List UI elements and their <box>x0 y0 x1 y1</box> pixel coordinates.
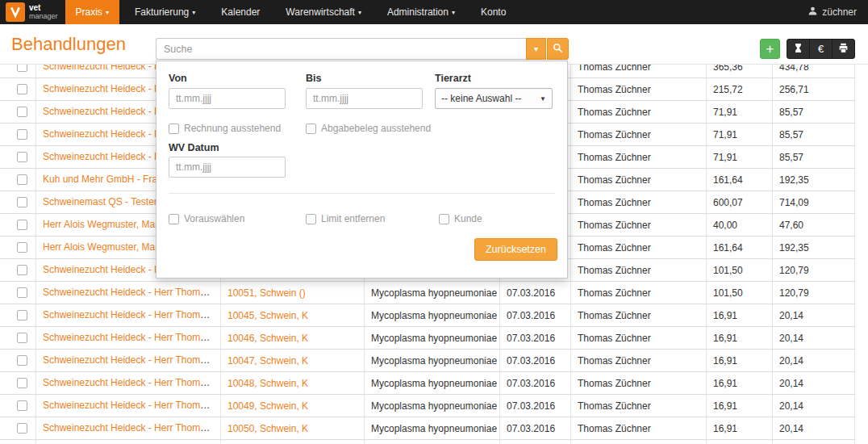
vet-text: Thomas Züchner <box>571 169 707 191</box>
row-checkbox-cell <box>0 395 36 417</box>
table-row[interactable]: Schweinezucht Heideck - Herr Thomas Züch… <box>0 304 855 327</box>
gross-amount: 47,60 <box>773 214 855 236</box>
vet-text: Thomas Züchner <box>571 282 707 304</box>
customer-link[interactable]: Schweinezucht Heideck - Herr Thomas Züch… <box>43 332 221 343</box>
checkbox-vorauswaehlen[interactable]: Vorauswählen <box>169 213 244 224</box>
tierarzt-selected-value: -- keine Auswahl -- <box>441 93 521 104</box>
table-row[interactable]: Schweinezucht Heideck - Herr Thomas Züch… <box>0 372 855 395</box>
net-amount: 16,91 <box>707 327 773 349</box>
row-checkbox[interactable] <box>17 423 27 434</box>
row-checkbox[interactable] <box>17 197 27 207</box>
customer-cell: Schweinezucht Heideck - Herr Thomas Züch… <box>36 282 221 304</box>
row-checkbox-cell <box>0 417 36 439</box>
row-checkbox[interactable] <box>17 378 27 388</box>
app-logo[interactable]: vet manager <box>0 0 65 24</box>
net-amount: 101,50 <box>707 259 773 281</box>
diagnosis-text: Mycoplasma hyopneumoniae <box>365 304 500 326</box>
customer-link[interactable]: Schweinezucht Heideck - Herr Thomas Züch… <box>43 400 221 411</box>
nav-item-praxis[interactable]: Praxis▾ <box>65 0 119 24</box>
nav-item-warenwirtschaft[interactable]: Warenwirtschaft▾ <box>275 0 372 24</box>
row-checkbox[interactable] <box>17 220 27 230</box>
animal-link[interactable]: 10049, Schwein, K <box>227 400 308 412</box>
search-button[interactable] <box>547 38 569 60</box>
add-treatment-button[interactable]: + <box>760 39 780 59</box>
customer-link[interactable]: Schweinezucht Heideck - Herr Thomas Züch… <box>43 354 221 366</box>
tierarzt-select[interactable]: -- keine Auswahl -- ▼ <box>435 88 553 109</box>
gross-amount: 20,14 <box>773 350 855 371</box>
select-caret-icon: ▼ <box>540 95 546 103</box>
checkbox-label: Limit entfernen <box>321 213 385 224</box>
net-amount: 215,72 <box>707 78 773 100</box>
row-checkbox[interactable] <box>17 400 27 411</box>
search-filter-panel: Von Bis Tierarzt -- keine Auswahl -- ▼ R… <box>156 61 568 279</box>
user-menu[interactable]: züchner <box>807 0 868 24</box>
vet-text: Thomas Züchner <box>571 237 707 258</box>
animal-link[interactable]: 10045, Schwein, K <box>227 310 308 321</box>
row-checkbox[interactable] <box>17 287 27 298</box>
wv-datum-label: WV Datum <box>169 142 219 153</box>
checkbox-kunde[interactable]: Kunde <box>439 213 482 224</box>
table-row[interactable]: Schweinezucht Heideck - Herr Thomas Züch… <box>0 395 855 417</box>
customer-link[interactable]: Schweinezucht Heideck - Herr Thomas Züch… <box>43 377 221 388</box>
row-checkbox[interactable] <box>17 129 27 140</box>
customer-link[interactable]: Schweinezucht Heideck - Herr Thomas Züch… <box>43 287 221 298</box>
search-options-button[interactable]: ▾ <box>526 38 546 60</box>
animal-link[interactable]: 10051, Schwein () <box>227 287 306 299</box>
nav-label: Praxis <box>76 6 102 18</box>
nav-label: Konto <box>481 6 506 18</box>
search-input[interactable] <box>156 38 526 60</box>
gross-amount: 85,57 <box>773 124 855 145</box>
row-checkbox[interactable] <box>17 265 27 275</box>
table-row[interactable]: Schweinezucht Heideck - Herr Thomas Züch… <box>0 282 855 304</box>
hourglass-button[interactable] <box>787 39 810 59</box>
vet-text: Thomas Züchner <box>571 146 707 168</box>
table-row[interactable]: Schweinezucht Heideck - Herr Thomas Züch… <box>0 417 855 440</box>
nav-item-konto[interactable]: Konto <box>470 0 516 24</box>
nav-item-administration[interactable]: Administration▾ <box>377 0 465 24</box>
scrollbar[interactable] <box>855 24 868 444</box>
net-amount: 600,07 <box>707 191 773 213</box>
checkbox-abgabebeleg-ausstehend[interactable]: Abgabebeleg ausstehend <box>306 123 431 134</box>
diagnosis-text: Mycoplasma hyopneumoniae <box>365 327 500 349</box>
row-checkbox[interactable] <box>17 107 27 117</box>
animal-link[interactable]: 10048, Schwein, K <box>227 378 308 389</box>
row-checkbox[interactable] <box>17 333 27 343</box>
row-checkbox[interactable] <box>17 242 27 253</box>
reset-button[interactable]: Zurücksetzen <box>474 238 557 261</box>
row-checkbox-cell <box>0 327 36 349</box>
vet-text: Thomas Züchner <box>571 350 707 371</box>
row-checkbox-cell <box>0 124 36 145</box>
wv-datum-input[interactable] <box>169 157 286 178</box>
row-checkbox[interactable] <box>17 174 27 185</box>
animal-link[interactable]: 10050, Schwein, K <box>227 423 308 434</box>
customer-link[interactable]: Schweinezucht Heideck - Herr Thomas Züch… <box>43 309 221 320</box>
nav-item-fakturierung[interactable]: Fakturierung▾ <box>124 0 206 24</box>
row-checkbox[interactable] <box>17 355 27 366</box>
row-checkbox[interactable] <box>17 310 27 320</box>
von-date-input[interactable] <box>169 88 286 109</box>
animal-cell: 10048, Schwein, K <box>221 372 365 394</box>
table-row[interactable]: Schweinezucht Heideck - Herr Thomas Züch… <box>0 440 855 444</box>
search-icon <box>553 43 563 56</box>
nav-item-kalender[interactable]: Kalender <box>211 0 270 24</box>
table-row[interactable]: Schweinezucht Heideck - Herr Thomas Züch… <box>0 350 855 372</box>
animal-link[interactable]: 10047, Schwein, K <box>227 355 308 367</box>
billing-button[interactable]: € <box>809 39 833 59</box>
checkbox-label: Abgabebeleg ausstehend <box>321 123 431 134</box>
nav-menu: Praxis▾ Fakturierung▾ Kalender Warenwirt… <box>65 0 522 24</box>
animal-link[interactable]: 10046, Schwein, K <box>227 333 308 344</box>
diagnosis-text: Mycoplasma hyopneumoniae <box>365 350 500 371</box>
net-amount: 71,91 <box>707 124 773 145</box>
customer-link[interactable]: Schweinezucht Heideck - Herr Thomas Züch… <box>43 422 221 434</box>
vet-text: Thomas Züchner <box>571 440 707 444</box>
row-checkbox[interactable] <box>17 152 27 162</box>
row-checkbox[interactable] <box>17 84 27 94</box>
checkbox-limit-entfernen[interactable]: Limit entfernen <box>306 213 385 224</box>
checkbox-rechnung-ausstehend[interactable]: Rechnung ausstehend <box>169 123 281 134</box>
animal-cell: 10046, Schwein, K <box>221 327 365 349</box>
brand-text: vet manager <box>29 4 58 20</box>
print-button[interactable] <box>832 39 855 59</box>
table-row[interactable]: Schweinezucht Heideck - Herr Thomas Züch… <box>0 327 855 350</box>
date-text: 07.03.2016 <box>500 395 571 417</box>
bis-date-input[interactable] <box>306 88 423 109</box>
